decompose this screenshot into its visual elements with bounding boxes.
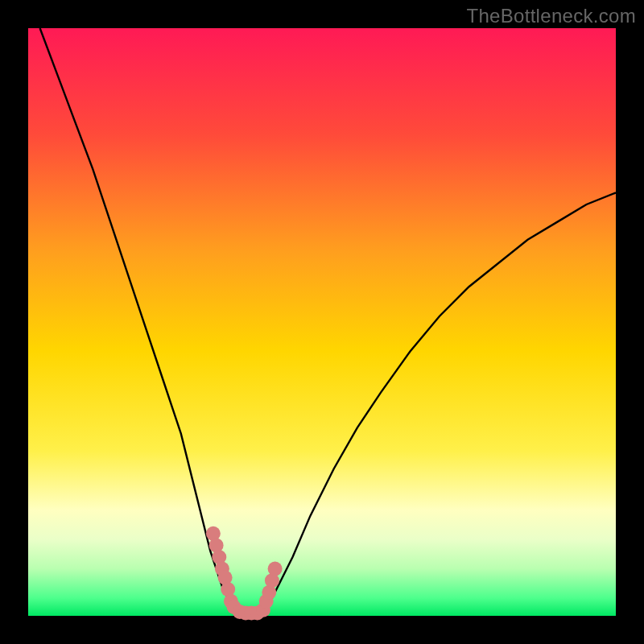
watermark-label: TheBottleneck.com bbox=[466, 5, 636, 27]
chart-frame: TheBottleneck.com bbox=[0, 0, 644, 644]
highlight-dot bbox=[268, 562, 283, 576]
chart-svg bbox=[0, 0, 644, 644]
plot-gradient-background bbox=[28, 28, 616, 616]
